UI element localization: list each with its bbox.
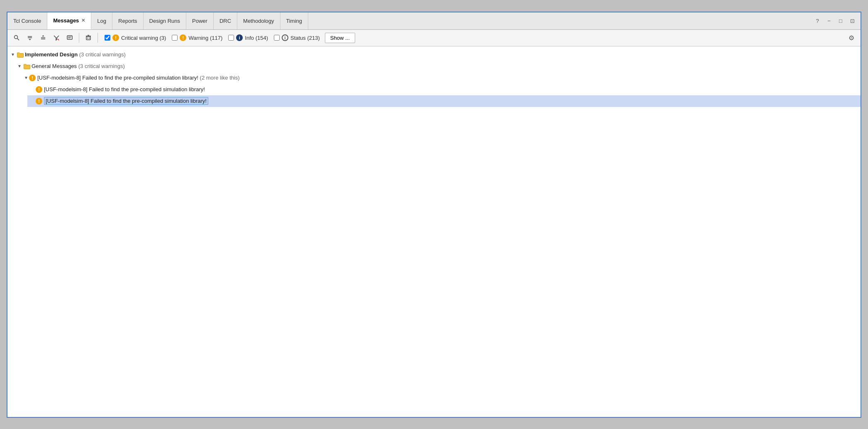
- restore-button[interactable]: ⊡: [848, 17, 856, 25]
- general-messages-folder-icon: [24, 63, 30, 69]
- filter-info-text: Info: [245, 35, 254, 41]
- toolbar-separator-1: [79, 33, 79, 43]
- svg-line-6: [58, 39, 59, 40]
- filter-status[interactable]: i Status (213): [274, 34, 320, 41]
- msg-1-critical-icon: !: [36, 86, 42, 93]
- filter-warning-text: Warning: [188, 35, 208, 41]
- msg-2-label: [USF-modelsim-8] Failed to find the pre-…: [44, 97, 208, 105]
- filter-status-count: (213): [307, 35, 319, 41]
- msg-group-expand[interactable]: [23, 75, 29, 81]
- tab-log-label: Log: [97, 18, 106, 24]
- filter-status-label[interactable]: Status (213): [290, 35, 320, 41]
- settings-button[interactable]: ⚙: [846, 32, 857, 44]
- delete-button[interactable]: [83, 32, 94, 44]
- root-label: Implemented Design: [25, 51, 78, 58]
- filter-critical-warning-count: (3): [160, 35, 166, 41]
- main-window: Tcl Console Messages ✕ Log Reports Desig…: [7, 12, 861, 418]
- minimize-button[interactable]: −: [825, 17, 833, 25]
- tab-methodology-label: Methodology: [243, 18, 274, 24]
- status-icon: i: [282, 34, 288, 41]
- filter-status-text: Status: [290, 35, 306, 41]
- filter-status-checkbox[interactable]: [274, 35, 280, 41]
- filter-warning-label[interactable]: Warning (117): [188, 35, 222, 41]
- help-button[interactable]: ?: [813, 17, 822, 25]
- expand-button[interactable]: [37, 32, 49, 44]
- tab-drc-label: DRC: [219, 18, 231, 24]
- comments-button[interactable]: [64, 32, 76, 44]
- general-messages-expand[interactable]: [17, 63, 22, 69]
- root-expand-arrow[interactable]: [10, 52, 16, 58]
- tab-methodology[interactable]: Methodology: [237, 12, 280, 29]
- filter-info-label[interactable]: Info (154): [245, 35, 268, 41]
- svg-point-0: [15, 36, 18, 39]
- tab-reports-label: Reports: [118, 18, 137, 24]
- filter-info-count: (154): [256, 35, 268, 41]
- filter-info-checkbox[interactable]: [228, 35, 234, 41]
- tab-timing-label: Timing: [286, 18, 302, 24]
- svg-rect-10: [86, 36, 90, 40]
- svg-rect-7: [67, 36, 72, 39]
- general-messages-row[interactable]: General Messages (3 critical warnings): [14, 61, 861, 72]
- toolbar-separator-2: [98, 33, 98, 43]
- filter-warning-checkbox[interactable]: [172, 35, 178, 41]
- search-button[interactable]: [11, 32, 22, 44]
- tab-power-label: Power: [192, 18, 207, 24]
- tab-spacer: [308, 12, 809, 29]
- maximize-button[interactable]: □: [836, 17, 845, 25]
- filter-critical-warning-label[interactable]: Critical warning (3): [121, 35, 166, 41]
- tab-timing[interactable]: Timing: [280, 12, 309, 29]
- tab-messages-close[interactable]: ✕: [81, 18, 85, 23]
- filter-warning-count: (117): [210, 35, 222, 41]
- warning-icon: !: [180, 34, 186, 41]
- msg-2-row[interactable]: ! [USF-modelsim-8] Failed to find the pr…: [27, 95, 861, 107]
- tab-reports[interactable]: Reports: [112, 12, 144, 29]
- tree-root-row[interactable]: Implemented Design (3 critical warnings): [7, 49, 861, 61]
- show-button[interactable]: Show ...: [325, 33, 355, 43]
- msg-group-row[interactable]: ! [USF-modelsim-8] Failed to find the pr…: [21, 72, 861, 84]
- general-messages-label: General Messages: [32, 63, 77, 69]
- filter-warning[interactable]: ! Warning (117): [172, 34, 222, 41]
- msg-1-row[interactable]: ! [USF-modelsim-8] Failed to find the pr…: [27, 84, 861, 95]
- tab-messages-label: Messages: [53, 17, 79, 24]
- tab-tcl-console[interactable]: Tcl Console: [7, 12, 47, 29]
- tab-power[interactable]: Power: [186, 12, 214, 29]
- tab-log[interactable]: Log: [91, 12, 112, 29]
- filter-critical-warning[interactable]: ! Critical warning (3): [105, 34, 166, 41]
- tab-design-runs[interactable]: Design Runs: [144, 12, 186, 29]
- window-controls: ? − □ ⊡: [809, 12, 861, 29]
- msg-group-critical-icon: !: [29, 75, 36, 81]
- general-messages-suffix: (3 critical warnings): [78, 63, 125, 69]
- info-icon: i: [236, 34, 243, 41]
- msg-2-critical-icon: !: [36, 98, 42, 104]
- collapse-all-button[interactable]: [24, 32, 36, 44]
- filter-critical-warning-checkbox[interactable]: [105, 35, 110, 41]
- messages-content: Implemented Design (3 critical warnings)…: [7, 46, 861, 417]
- msg-1-label: [USF-modelsim-8] Failed to find the pre-…: [44, 86, 205, 92]
- filter-group: ! Critical warning (3) ! Warning (117) i: [105, 34, 320, 41]
- filter-info[interactable]: i Info (154): [228, 34, 268, 41]
- msg-group-suffix: (2 more like this): [200, 75, 240, 81]
- tab-messages[interactable]: Messages ✕: [47, 12, 91, 29]
- root-folder-icon: [17, 52, 24, 58]
- filter-button[interactable]: [51, 32, 62, 44]
- svg-line-1: [17, 39, 20, 41]
- tab-bar: Tcl Console Messages ✕ Log Reports Desig…: [7, 12, 861, 30]
- msg-group-label: [USF-modelsim-8] Failed to find the pre-…: [37, 75, 198, 81]
- critical-warning-icon: !: [112, 34, 119, 41]
- toolbar: ! Critical warning (3) ! Warning (117) i: [7, 30, 861, 46]
- root-suffix: (3 critical warnings): [79, 51, 126, 58]
- tab-design-runs-label: Design Runs: [149, 18, 180, 24]
- tab-tcl-console-label: Tcl Console: [13, 18, 41, 24]
- filter-critical-warning-text: Critical warning: [121, 35, 158, 41]
- tab-drc[interactable]: DRC: [214, 12, 237, 29]
